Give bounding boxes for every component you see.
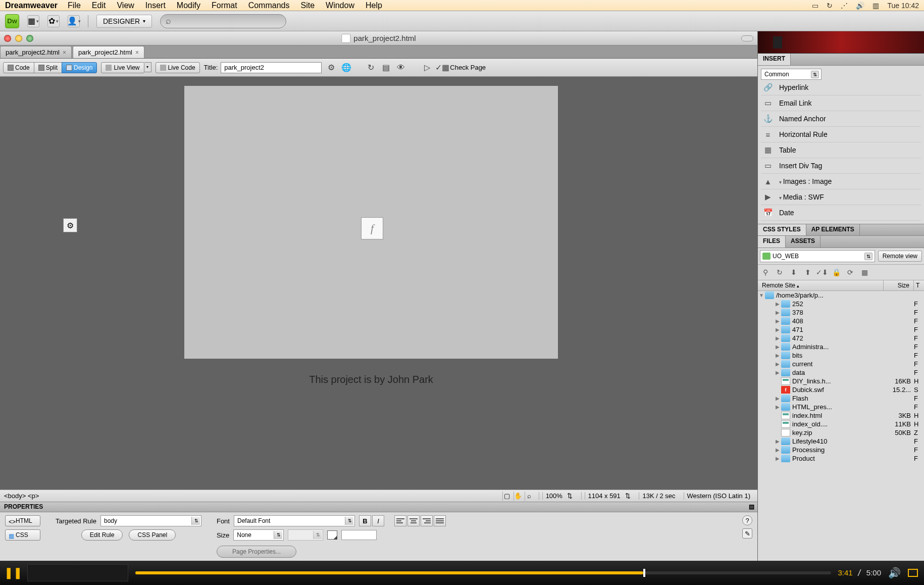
- zoom-window-button[interactable]: [26, 35, 33, 42]
- put-files-icon[interactable]: ⬆: [802, 267, 813, 278]
- page-properties-button[interactable]: Page Properties...: [217, 546, 296, 558]
- sync-icon[interactable]: ⟳: [845, 267, 856, 278]
- menu-file[interactable]: File: [68, 1, 81, 10]
- align-right-button[interactable]: [421, 515, 433, 526]
- hand-tool-icon[interactable]: ✋: [514, 492, 523, 501]
- file-tree-item[interactable]: ▶FlashF: [758, 394, 924, 403]
- insert-item-date[interactable]: 📅Date: [761, 205, 921, 221]
- insert-item-swf[interactable]: ▶Media : SWF: [761, 189, 921, 205]
- validate-icon[interactable]: ▷: [422, 62, 433, 73]
- minimize-window-button[interactable]: [15, 35, 22, 42]
- workspace-dropdown[interactable]: DESIGNER ▾: [96, 15, 152, 28]
- document-tab-1[interactable]: park_project2.html ×: [73, 46, 144, 58]
- color-hex-input[interactable]: [341, 530, 377, 540]
- file-tree-item[interactable]: fDubick.swf15.2...S: [758, 385, 924, 394]
- file-tree-item[interactable]: DIY_links.h...16KBH: [758, 377, 924, 385]
- fullscreen-button[interactable]: [908, 569, 918, 577]
- file-tree-item[interactable]: ▶252F: [758, 300, 924, 308]
- html-mode-button[interactable]: <>HTML: [5, 515, 40, 526]
- menu-help[interactable]: Help: [366, 1, 382, 10]
- insert-item-link[interactable]: 🔗Hyperlink: [761, 80, 921, 95]
- wifi-icon[interactable]: ⋰: [841, 2, 848, 10]
- view-mode-button[interactable]: Remote view: [878, 251, 922, 262]
- files-col-size[interactable]: Size: [884, 280, 914, 290]
- file-tree[interactable]: ▼ /home3/park/p... ▶252F▶378F▶408F▶471F▶…: [758, 291, 924, 561]
- insert-item-anchor[interactable]: ⚓Named Anchor: [761, 111, 921, 127]
- file-tree-item[interactable]: ▶bitsF: [758, 351, 924, 360]
- get-files-icon[interactable]: ⬇: [788, 267, 799, 278]
- file-tree-item[interactable]: ▶408F: [758, 317, 924, 325]
- encoding[interactable]: Western (ISO Latin 1): [684, 492, 753, 500]
- ap-elements-tab[interactable]: AP ELEMENTS: [806, 224, 860, 235]
- checkin-icon[interactable]: 🔒: [831, 267, 842, 278]
- close-window-button[interactable]: [4, 35, 11, 42]
- clock[interactable]: Tue 10:42: [887, 2, 919, 10]
- quick-tag-icon[interactable]: ✎: [742, 528, 752, 539]
- css-panel-button[interactable]: CSS Panel: [129, 529, 176, 541]
- file-tree-item[interactable]: key.zip50KBZ: [758, 428, 924, 437]
- site-menu-button[interactable]: 👤: [68, 15, 80, 27]
- refresh-icon[interactable]: ↻: [365, 62, 376, 73]
- file-tree-root[interactable]: ▼ /home3/park/p...: [758, 291, 924, 300]
- layout-menu-button[interactable]: ▦: [27, 15, 39, 27]
- design-canvas[interactable]: ⚙ f This project is by John Park: [0, 77, 757, 490]
- window-dimensions[interactable]: 1104 x 591 ⇅: [581, 492, 634, 500]
- italic-button[interactable]: I: [372, 515, 384, 526]
- bold-button[interactable]: B: [359, 515, 371, 526]
- align-center-button[interactable]: [407, 515, 420, 526]
- close-tab-icon[interactable]: ×: [135, 49, 139, 56]
- font-select[interactable]: Default Font⇅: [234, 515, 355, 526]
- volume-button[interactable]: 🔊: [888, 567, 901, 579]
- insert-category-dropdown[interactable]: Common: [761, 69, 822, 80]
- css-mode-button[interactable]: ▦CSS: [5, 529, 40, 541]
- align-left-button[interactable]: [394, 515, 406, 526]
- insert-item-hr[interactable]: ≡Horizontal Rule: [761, 127, 921, 142]
- file-tree-item[interactable]: ▶378F: [758, 308, 924, 317]
- insert-item-mail[interactable]: ▭Email Link: [761, 95, 921, 111]
- swf-placeholder[interactable]: f: [361, 217, 383, 239]
- split-view-button[interactable]: Split: [34, 62, 62, 73]
- insert-panel-tab[interactable]: INSERT: [758, 54, 791, 65]
- file-tree-item[interactable]: ▶dataF: [758, 368, 924, 377]
- live-view-dropdown[interactable]: ▾: [144, 62, 151, 72]
- display-icon[interactable]: ▭: [812, 2, 818, 10]
- design-view-button[interactable]: Design: [62, 62, 97, 73]
- title-input[interactable]: [221, 62, 322, 73]
- file-tree-item[interactable]: ▶471F: [758, 325, 924, 334]
- progress-thumb[interactable]: [643, 569, 645, 577]
- live-code-button[interactable]: Live Code: [156, 62, 200, 73]
- file-tree-item[interactable]: ▶Lifestyle410F: [758, 437, 924, 446]
- code-view-button[interactable]: Code: [3, 62, 34, 73]
- caption-text[interactable]: This project is by John Park: [184, 374, 558, 385]
- menu-edit[interactable]: Edit: [92, 1, 106, 10]
- align-justify-button[interactable]: [434, 515, 446, 526]
- file-tree-item[interactable]: ▶Administra...F: [758, 343, 924, 351]
- view-options-icon[interactable]: ▤: [380, 62, 391, 73]
- preview-browser-icon[interactable]: 🌐: [341, 62, 352, 73]
- menu-commands[interactable]: Commands: [248, 1, 290, 10]
- tag-path[interactable]: <body> <p>: [4, 492, 39, 500]
- zoom-tool-icon[interactable]: ⌕: [525, 492, 534, 501]
- close-tab-icon[interactable]: ×: [63, 49, 66, 56]
- battery-icon[interactable]: ▥: [872, 2, 879, 10]
- menu-window[interactable]: Window: [326, 1, 354, 10]
- checkout-icon[interactable]: ✓⬇: [816, 267, 828, 278]
- file-tree-item[interactable]: index_old....11KBH: [758, 420, 924, 428]
- document-tab-0[interactable]: park_project2.html ×: [0, 46, 72, 58]
- file-management-icon[interactable]: ⚙: [326, 62, 337, 73]
- menu-site[interactable]: Site: [300, 1, 315, 10]
- toolbar-toggle[interactable]: [741, 35, 753, 41]
- css-styles-tab[interactable]: CSS STYLES: [758, 224, 806, 235]
- file-tree-item[interactable]: ▶ProductF: [758, 454, 924, 463]
- menu-modify[interactable]: Modify: [177, 1, 200, 10]
- help-icon[interactable]: ?: [742, 515, 752, 525]
- site-dropdown[interactable]: UO_WEB: [760, 250, 875, 262]
- text-color-swatch[interactable]: [327, 530, 337, 540]
- select-tool-icon[interactable]: ▢: [502, 492, 511, 501]
- sync-icon[interactable]: ↻: [827, 2, 833, 10]
- invisible-element-marker[interactable]: ⚙: [63, 218, 77, 232]
- size-select[interactable]: None⇅: [233, 529, 284, 541]
- insert-item-image[interactable]: ▲Images : Image: [761, 174, 921, 189]
- insert-item-table[interactable]: ▦Table: [761, 142, 921, 158]
- files-panel-tab[interactable]: FILES: [758, 236, 786, 248]
